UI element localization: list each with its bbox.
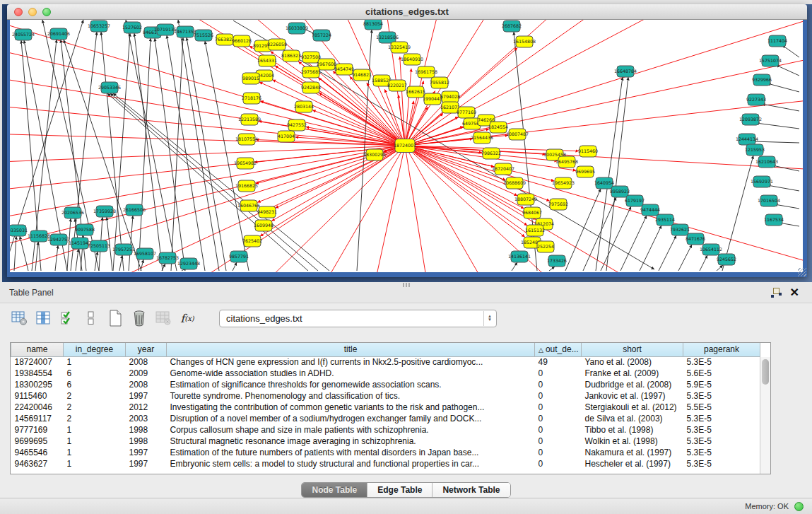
table-row[interactable]: 1456911722003Disruption of a novel membe… (11, 413, 760, 424)
table-cell[interactable]: 49 (535, 356, 582, 368)
select-all-columns-icon[interactable] (58, 309, 76, 327)
table-cell[interactable]: 5.3E-5 (683, 356, 760, 368)
network-node[interactable]: 10688609 (503, 177, 526, 189)
network-node[interactable]: 16648784 (614, 66, 637, 77)
table-selector-dropdown[interactable]: citations_edges.txt ▲▼ (219, 310, 497, 327)
table-cell[interactable]: 5.3E-5 (683, 436, 760, 447)
table-cell[interactable]: 2008 (126, 356, 167, 368)
unselect-columns-icon[interactable] (82, 309, 100, 327)
table-cell[interactable]: Changes of HCN gene expression and I(f) … (167, 356, 535, 368)
column-header-pagerank[interactable]: pagerank (683, 343, 760, 356)
network-node[interactable]: 7975692 (548, 199, 568, 210)
network-node[interactable]: 20206536 (61, 207, 84, 218)
table-cell[interactable]: 0 (535, 402, 582, 413)
tab-node-table[interactable]: Node Table (302, 483, 367, 497)
network-node[interactable]: 18107554 (235, 134, 258, 145)
network-node[interactable]: 17359928 (93, 206, 116, 217)
network-node[interactable]: 16961758 (415, 66, 437, 78)
network-node[interactable]: 989015 (242, 73, 259, 84)
table-cell[interactable]: Corpus callosum shape and size in male p… (167, 424, 535, 436)
table-cell[interactable]: 18724007 (11, 356, 64, 368)
table-row[interactable]: 911546021997Tourette syndrome. Phenomeno… (11, 390, 760, 402)
network-canvas[interactable]: 2405572420691406106532571527602846616010… (10, 20, 803, 272)
network-node[interactable]: 1640954 (594, 177, 614, 189)
table-cell[interactable]: Estimation of the future numbers of pati… (167, 447, 535, 458)
table-cell[interactable]: de Silva et al. (2003) (582, 413, 683, 424)
network-node[interactable]: 252254 (537, 241, 554, 252)
network-node[interactable]: 13325419 (388, 42, 411, 53)
table-cell[interactable]: 1 (64, 436, 126, 447)
network-node[interactable]: 18720407 (492, 163, 514, 175)
table-row[interactable]: 1830029562008Estimation of significance … (11, 379, 760, 390)
network-node[interactable]: 1824554 (488, 122, 508, 133)
network-node[interactable]: 2718176 (242, 93, 261, 104)
network-node[interactable]: 16154808 (513, 36, 536, 47)
network-node[interactable]: 18807249 (514, 194, 537, 205)
show-columns-icon[interactable] (34, 309, 52, 327)
table-cell[interactable]: Disruption of a novel member of a sodium… (167, 413, 535, 424)
new-column-icon[interactable] (106, 309, 124, 327)
network-node[interactable]: 9699695 (575, 166, 595, 177)
table-cell[interactable]: 5.3E-5 (683, 413, 760, 424)
network-node[interactable]: 10807487 (506, 129, 529, 140)
network-node[interactable]: 21564436 (471, 132, 493, 144)
network-node[interactable]: 10654112 (700, 244, 722, 255)
network-node[interactable]: 8813054 (363, 20, 383, 30)
table-cell[interactable]: Stergiakouli et al. (2012) (582, 402, 683, 413)
network-node[interactable]: 1990443 (423, 93, 442, 105)
table-cell[interactable]: Jankovic et al. (1997) (582, 390, 683, 402)
network-node[interactable]: 12923448 (177, 258, 200, 269)
table-cell[interactable]: 0 (535, 436, 582, 447)
table-cell[interactable]: 5.3E-5 (683, 424, 760, 436)
network-node[interactable]: 20691406 (47, 28, 70, 40)
table-cell[interactable]: Hescheler et al. (1997) (582, 458, 683, 469)
float-panel-icon[interactable] (771, 288, 782, 298)
table-cell[interactable]: 0 (535, 368, 582, 379)
table-cell[interactable]: Dudbridge et al. (2008) (582, 379, 683, 390)
network-node[interactable]: 9115460 (578, 146, 598, 157)
network-node[interactable]: 16495768 (555, 156, 578, 168)
column-header-name[interactable]: name (11, 343, 64, 356)
network-node[interactable]: 1733426 (547, 255, 567, 267)
network-node[interactable]: 9857791 (229, 251, 249, 262)
network-node[interactable]: 16033809 (286, 23, 308, 34)
network-node[interactable]: 8958923 (610, 186, 630, 197)
network-node[interactable]: 7625402 (242, 235, 262, 247)
network-node[interactable]: 7986322 (481, 148, 501, 159)
table-cell[interactable]: 9465546 (11, 447, 64, 458)
function-builder-icon[interactable]: f(x) (178, 309, 196, 327)
network-node[interactable]: 12942757 (47, 234, 70, 245)
network-node[interactable]: 9498231 (257, 206, 277, 218)
table-cell[interactable]: Nakamura et al. (1997) (582, 447, 683, 458)
column-header-out_de[interactable]: △out_de... (535, 343, 582, 356)
tab-edge-table[interactable]: Edge Table (367, 483, 432, 497)
table-cell[interactable]: 1997 (126, 458, 167, 469)
table-cell[interactable]: 6 (64, 368, 126, 379)
table-cell[interactable]: Yano et al. (2008) (582, 356, 683, 368)
table-cell[interactable]: Structural magnetic resonance image aver… (167, 436, 535, 447)
network-node[interactable]: 9097588 (75, 224, 95, 235)
table-cell[interactable]: Estimation of significance thresholds fo… (167, 379, 535, 390)
network-node[interactable]: 1215953 (745, 144, 765, 156)
network-node[interactable]: 29053346 (98, 82, 121, 93)
network-node[interactable]: 417004 (278, 131, 295, 142)
network-node[interactable]: 1167534 (764, 214, 784, 226)
network-node[interactable]: 19166825 (235, 180, 258, 192)
table-row[interactable]: 1872400712008Changes of HCN gene express… (11, 356, 760, 368)
network-node[interactable]: 9474444 (640, 204, 660, 216)
table-cell[interactable]: 1 (64, 458, 126, 469)
network-node[interactable]: 7955812 (430, 77, 449, 88)
table-cell[interactable]: 0 (535, 424, 582, 436)
network-node[interactable]: 1654331 (257, 55, 277, 66)
network-node[interactable]: 16958107 (134, 248, 156, 259)
table-row[interactable]: 946554611997Estimation of the future num… (11, 447, 760, 458)
table-row[interactable]: 977716911998Corpus callosum shape and si… (11, 424, 760, 436)
network-node[interactable]: 9245652 (717, 254, 736, 265)
column-header-in_degree[interactable]: in_degree (64, 343, 126, 356)
network-node[interactable]: 16210643 (755, 156, 778, 168)
table-cell[interactable]: 18300295 (11, 379, 64, 390)
table-cell[interactable]: 5.3E-5 (683, 447, 760, 458)
network-node[interactable]: 8454749 (334, 64, 354, 75)
network-node[interactable]: 9660128 (232, 35, 252, 47)
column-header-title[interactable]: title (167, 343, 535, 356)
